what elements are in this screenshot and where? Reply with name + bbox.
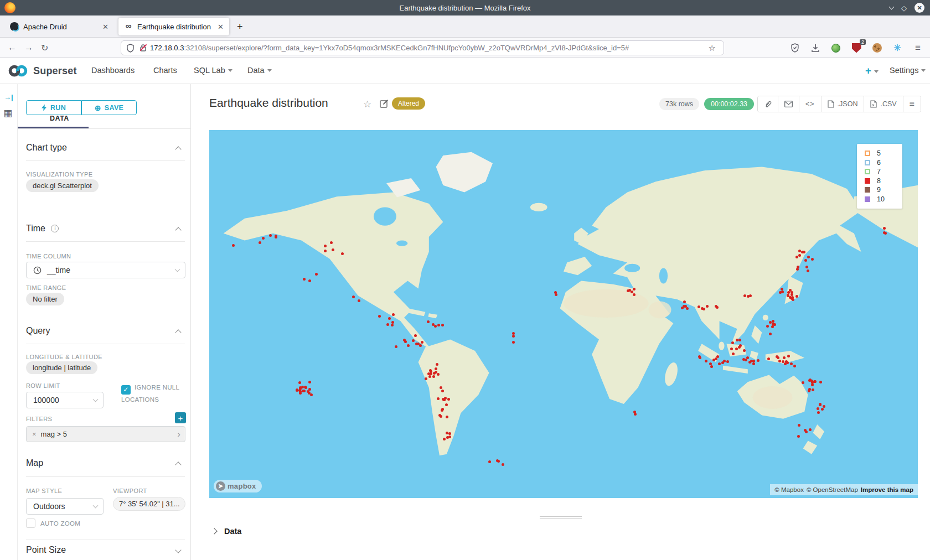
add-filter-button[interactable]: + <box>175 412 186 423</box>
more-options-button[interactable]: ≡ <box>903 96 921 112</box>
legend-swatch <box>865 169 870 174</box>
time-range-value[interactable]: No filter <box>26 293 64 305</box>
dataset-grid-icon[interactable]: ▦ <box>3 107 12 119</box>
row-limit-select[interactable]: 100000 <box>26 392 104 408</box>
earthquake-point <box>686 307 689 310</box>
edit-properties-icon[interactable] <box>380 99 389 110</box>
earthquake-point <box>341 252 344 255</box>
window-title: Earthquake distribution — Mozilla Firefo… <box>0 4 930 12</box>
earthquake-point <box>798 250 801 252</box>
tab-close-icon[interactable]: ✕ <box>218 23 224 31</box>
map-style-value: Outdoors <box>33 502 65 511</box>
collapse-icon[interactable] <box>175 462 181 468</box>
earthquake-point <box>776 355 778 358</box>
collapse-icon[interactable] <box>175 329 181 335</box>
remove-filter-icon[interactable]: × <box>32 430 37 438</box>
copy-link-button[interactable] <box>758 96 778 112</box>
collapse-icon[interactable] <box>175 146 181 152</box>
nav-item-data[interactable]: Data <box>247 66 272 75</box>
attribution-mapbox[interactable]: © Mapbox <box>774 486 804 493</box>
legend-item: 10 <box>865 195 902 204</box>
section-map[interactable]: Map <box>26 458 43 468</box>
earthquake-point <box>781 288 783 291</box>
attribution-improve-link[interactable]: Improve this map <box>861 486 913 493</box>
earthquake-point <box>403 339 406 341</box>
window-maximize-icon[interactable]: ◇ <box>901 4 907 12</box>
viewport-value[interactable]: 7° 35' 54.02" | 31... <box>113 497 185 511</box>
menu-hamburger-icon[interactable]: ≡ <box>912 43 923 54</box>
embed-code-button[interactable]: <> <box>799 96 822 112</box>
earthquake-point <box>798 254 801 257</box>
forward-button[interactable]: → <box>24 43 33 53</box>
browser-tab-earthquake-distribution[interactable]: ∞ Earthquake distribution ✕ <box>118 18 229 35</box>
chevron-right-icon[interactable]: › <box>177 429 180 440</box>
section-query[interactable]: Query <box>26 326 50 336</box>
reload-button[interactable]: ↻ <box>41 43 48 53</box>
favorite-star-icon[interactable]: ☆ <box>363 98 371 110</box>
email-button[interactable] <box>778 96 799 112</box>
back-button[interactable]: ← <box>8 43 17 53</box>
section-chart-type[interactable]: Chart type <box>26 143 67 153</box>
nav-item-sql-lab[interactable]: SQL Lab <box>194 66 232 75</box>
section-point-size[interactable]: Point Size <box>26 545 66 555</box>
bookmark-star-icon[interactable]: ☆ <box>709 43 716 53</box>
nav-item-charts[interactable]: Charts <box>153 66 177 75</box>
add-new-button[interactable]: + <box>865 65 879 77</box>
time-column-select[interactable]: __time <box>26 262 185 278</box>
filter-chip[interactable]: × mag > 5 › <box>26 426 185 442</box>
chevron-down-icon <box>175 267 180 272</box>
superset-logo[interactable]: Superset <box>8 63 77 79</box>
browser-toolbar: ← → ↻ 172.18.0.3 :32108/superset/explore… <box>0 38 930 58</box>
pocket-shield-icon[interactable] <box>789 43 800 54</box>
nav-item-dashboards[interactable]: Dashboards <box>91 66 135 75</box>
expand-panel-icon[interactable]: →| <box>4 93 13 101</box>
tracking-shield-icon[interactable] <box>126 44 135 53</box>
earthquake-point <box>407 344 410 347</box>
export-json-button[interactable]: .JSON <box>822 96 865 112</box>
window-close-icon[interactable]: ✕ <box>914 3 924 13</box>
chart-actions-group: <> .JSON .CSV ≡ <box>757 96 921 112</box>
save-button[interactable]: ⊕ SAVE <box>81 100 137 115</box>
section-time[interactable]: Time i <box>26 224 59 234</box>
earthquake-point <box>716 306 719 309</box>
settings-menu[interactable]: Settings <box>890 66 926 75</box>
pinwheel-extension-icon[interactable]: ✳ <box>892 43 903 54</box>
auto-zoom-checkbox[interactable]: AUTO ZOOM <box>26 518 80 528</box>
attribution-osm[interactable]: © OpenStreetMap <box>807 486 858 493</box>
earthquake-point <box>769 333 772 335</box>
filter-value: mag > 5 <box>41 430 67 438</box>
earthquake-point <box>391 321 394 324</box>
downloads-icon[interactable] <box>810 43 821 54</box>
browser-tab-apache-druid[interactable]: Apache Druid ✕ <box>4 18 114 35</box>
earthquake-point <box>813 380 816 383</box>
tab-close-icon[interactable]: ✕ <box>102 23 108 31</box>
viz-type-value[interactable]: deck.gl Scatterplot <box>26 179 99 192</box>
insecure-lock-icon[interactable] <box>140 44 147 52</box>
collapse-icon[interactable] <box>175 227 181 233</box>
data-panel-toggle[interactable]: Data <box>212 527 241 536</box>
earthquake-point <box>798 424 800 427</box>
earthquake-point <box>735 348 738 350</box>
cookie-extension-icon[interactable] <box>871 43 882 54</box>
expand-icon[interactable] <box>175 547 181 553</box>
earthquake-point <box>884 232 887 235</box>
deckgl-scatter-map[interactable]: 5678910 ➤ mapbox © Mapbox © OpenStreetMa… <box>209 130 918 498</box>
ignore-null-checkbox[interactable]: ✓IGNORE NULL LOCATIONS <box>121 382 185 405</box>
extension-green-icon[interactable] <box>830 43 841 54</box>
url-field[interactable]: 172.18.0.3 :32108/superset/explore/?form… <box>121 40 724 55</box>
brand-name: Superset <box>33 65 77 77</box>
panel-resize-handle[interactable] <box>540 515 582 521</box>
altered-badge[interactable]: Altered <box>392 97 425 110</box>
earthquake-point <box>742 358 745 361</box>
export-csv-button[interactable]: .CSV <box>864 96 903 112</box>
run-button[interactable]: RUN <box>26 100 81 115</box>
map-style-select[interactable]: Outdoors <box>26 498 104 515</box>
lon-lat-value[interactable]: longitude | latitude <box>26 361 97 374</box>
tab-data[interactable]: DATA <box>50 115 69 122</box>
window-minimize-icon[interactable] <box>889 4 895 10</box>
new-tab-button[interactable]: + <box>237 21 243 33</box>
mapbox-logo[interactable]: ➤ mapbox <box>214 480 262 492</box>
ublock-shield-icon[interactable]: 2 <box>851 43 862 54</box>
earthquake-point <box>434 325 437 328</box>
earthquake-point <box>324 245 327 247</box>
